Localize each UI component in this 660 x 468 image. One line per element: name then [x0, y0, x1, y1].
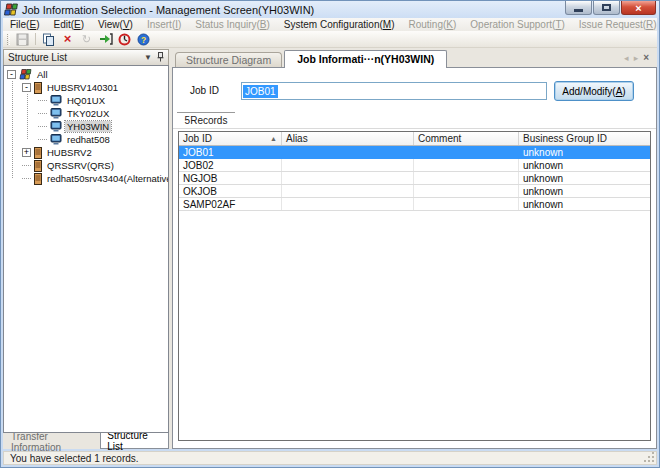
tree-item-qrssrv[interactable]: QRSSRV(QRS) — [4, 159, 168, 172]
issue-request-button[interactable] — [97, 32, 114, 47]
cell-comment — [414, 198, 519, 210]
sidebar-tabs: Transfer Information Structure List — [3, 433, 169, 449]
tree-item-tky02ux[interactable]: TKY02UX — [4, 107, 168, 120]
job-information-content: Job ID JOB01 Add/Modify(A) 5Records Job … — [172, 67, 657, 449]
table-row[interactable]: JOB02 unknown — [179, 159, 650, 172]
cell-comment — [414, 159, 519, 171]
tree-item-hq01ux[interactable]: HQ01UX — [4, 94, 168, 107]
stop-icon — [118, 33, 131, 46]
tree-item-redhat50srv43404[interactable]: redhat50srv43404(Alternative Server) — [4, 172, 168, 185]
window-controls: × — [565, 1, 656, 18]
minimize-button[interactable] — [565, 1, 592, 15]
tab-job-information[interactable]: Job Informati···n(YH03WIN) — [284, 50, 447, 68]
menu-edit[interactable]: Edit(E) — [46, 19, 91, 30]
cell-business-group-id: unknown — [519, 198, 650, 210]
job-id-label: Job ID — [190, 85, 219, 96]
pin-icon[interactable] — [157, 52, 164, 64]
table-row[interactable]: OKJOB unknown — [179, 185, 650, 198]
tree-branch-line — [38, 100, 47, 101]
structure-tree: - All - HUBSRV140301 — [3, 65, 169, 433]
tree-item-yh03win[interactable]: YH03WIN — [4, 120, 168, 133]
tab-close-icon[interactable]: × — [643, 52, 649, 63]
sort-ascending-icon: ▲ — [270, 135, 277, 142]
table-row[interactable]: NGJOB unknown — [179, 172, 650, 185]
titlebar: Job Information Selection - Management S… — [1, 1, 659, 18]
server-icon — [34, 160, 42, 172]
menu-routing: Routing(K) — [401, 19, 463, 30]
column-header-business-group-id[interactable]: Business Group ID — [519, 132, 650, 145]
column-header-job-id[interactable]: Job ID ▲ — [179, 132, 282, 145]
tab-structure-list[interactable]: Structure List — [100, 432, 169, 449]
menu-insert: Insert(I) — [140, 19, 188, 30]
delete-icon: × — [64, 33, 72, 45]
cell-business-group-id: unknown — [519, 159, 650, 171]
job-id-input[interactable]: JOB01 — [241, 82, 547, 100]
app-icon — [4, 3, 18, 16]
computer-icon — [50, 108, 62, 119]
cell-job-id: OKJOB — [179, 185, 282, 197]
tab-structure-diagram[interactable]: Structure Diagram — [175, 52, 282, 67]
menu-issue-request: Issue Request(R) — [572, 19, 660, 30]
chevron-down-icon[interactable]: ▼ — [144, 53, 152, 62]
copy-button[interactable] — [40, 32, 57, 47]
job-list-view: Job ID ▲ Alias Comment Business Group ID… — [178, 131, 651, 441]
main-panel: Structure Diagram Job Informati···n(YH03… — [172, 49, 657, 449]
resize-grip[interactable] — [645, 453, 654, 462]
toolbar-separator — [35, 33, 36, 45]
close-icon: × — [635, 3, 641, 13]
tree-connector-line — [27, 94, 28, 139]
app-window: Job Information Selection - Management S… — [0, 0, 660, 468]
expand-icon[interactable]: + — [22, 148, 31, 157]
structure-list-panel: Structure List ▼ - All - — [3, 49, 169, 449]
tab-transfer-information[interactable]: Transfer Information — [5, 433, 100, 449]
svg-text:?: ? — [141, 34, 146, 44]
column-header-comment[interactable]: Comment — [414, 132, 519, 145]
help-button[interactable]: ? — [135, 32, 152, 47]
save-icon — [16, 33, 29, 46]
toolbar-grip — [7, 34, 10, 45]
server-icon — [34, 173, 42, 185]
close-button[interactable]: × — [621, 1, 656, 15]
cell-alias — [282, 198, 414, 210]
status-bar: You have selected 1 records. — [3, 451, 657, 465]
cell-job-id: NGJOB — [179, 172, 282, 184]
document-tabbar: Structure Diagram Job Informati···n(YH03… — [172, 49, 657, 67]
cell-business-group-id: unknown — [519, 146, 650, 158]
collapse-icon[interactable]: - — [7, 70, 16, 79]
collapse-icon[interactable]: - — [22, 83, 31, 92]
computer-icon — [50, 121, 62, 132]
maximize-button[interactable] — [593, 1, 620, 15]
menu-view[interactable]: View(V) — [91, 19, 140, 30]
cell-alias — [282, 146, 414, 158]
cell-business-group-id: unknown — [519, 172, 650, 184]
toolbar: × ↻ ? — [3, 31, 657, 48]
structure-list-title: Structure List — [8, 52, 139, 63]
server-icon — [34, 147, 42, 159]
stop-button[interactable] — [116, 32, 133, 47]
job-id-selected-text: JOB01 — [243, 85, 278, 98]
tree-branch-line — [22, 165, 31, 166]
tree-item-all[interactable]: - All — [4, 68, 168, 81]
window-title: Job Information Selection - Management S… — [22, 4, 565, 16]
tab-scroll-left-icon[interactable]: ◂ — [624, 53, 629, 63]
column-header-alias[interactable]: Alias — [282, 132, 414, 145]
help-icon: ? — [137, 33, 150, 46]
tree-item-redhat508[interactable]: redhat508 — [4, 133, 168, 146]
tree-branch-line — [38, 126, 47, 127]
divider — [173, 128, 656, 129]
tab-scroll-right-icon[interactable]: ▸ — [634, 53, 639, 63]
table-row[interactable]: SAMP02AF unknown — [179, 198, 650, 211]
delete-button[interactable]: × — [59, 32, 76, 47]
table-row[interactable]: JOB01 unknown — [179, 146, 650, 159]
tree-branch-line — [38, 113, 47, 114]
tree-item-hubsrv140301[interactable]: - HUBSRV140301 — [4, 81, 168, 94]
add-modify-button[interactable]: Add/Modify(A) — [554, 81, 634, 101]
menu-system-configuration[interactable]: System Configuration(M) — [277, 19, 402, 30]
body: Structure List ▼ - All - — [3, 48, 657, 449]
refresh-icon: ↻ — [82, 33, 91, 45]
structure-list-header: Structure List ▼ — [3, 49, 169, 65]
menu-file[interactable]: File(E) — [3, 19, 46, 30]
tree-item-hubsrv2[interactable]: + HUBSRV2 — [4, 146, 168, 159]
computer-icon — [50, 95, 62, 106]
save-button — [14, 32, 31, 47]
